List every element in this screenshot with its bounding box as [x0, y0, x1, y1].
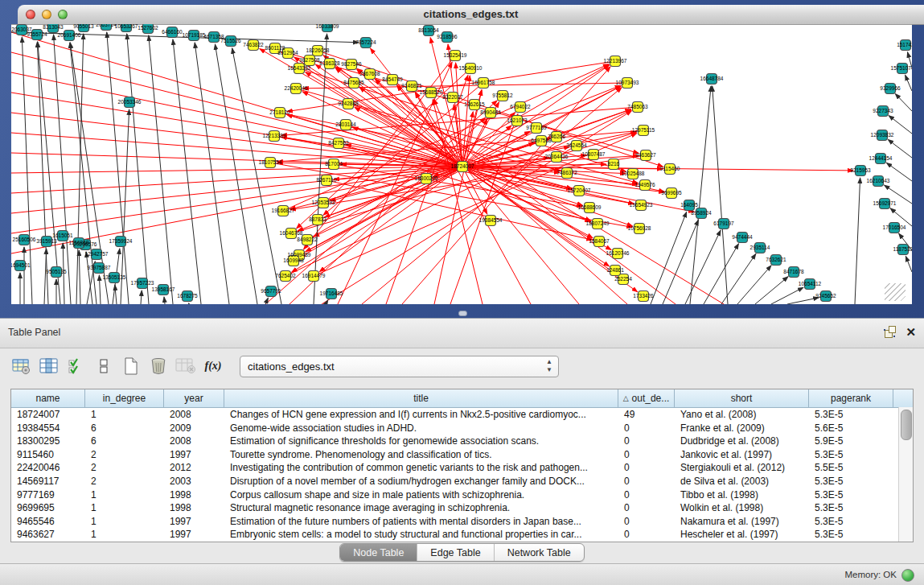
table-options-icon[interactable]: [10, 355, 34, 377]
table-cell[interactable]: 0: [618, 435, 675, 448]
table-cell[interactable]: Stergiakouli et al. (2012): [675, 461, 809, 475]
function-builder-icon[interactable]: f(x): [201, 355, 225, 377]
graph-edge[interactable]: [164, 297, 165, 304]
table-cell[interactable]: 1: [85, 515, 164, 529]
table-cell[interactable]: Investigating the contribution of common…: [224, 461, 618, 475]
table-cell[interactable]: 1: [85, 528, 164, 542]
graph-edge[interactable]: [215, 44, 257, 304]
resize-grip[interactable]: [885, 283, 906, 301]
graph-edge[interactable]: [685, 230, 721, 304]
graph-edge[interactable]: [371, 48, 462, 167]
table-cell[interactable]: 5.5E-5: [809, 461, 893, 475]
table-cell[interactable]: Franke et al. (2009): [675, 422, 809, 435]
table-row[interactable]: 1830029562008Estimation of significance …: [11, 435, 913, 448]
table-cell[interactable]: 1997: [164, 528, 224, 542]
table-cell[interactable]: 18724007: [11, 408, 85, 422]
table-cell[interactable]: Jankovic et al. (1997): [675, 448, 809, 462]
table-cell[interactable]: 6: [85, 422, 164, 435]
table-row[interactable]: 969969511998Structural magnetic resonanc…: [11, 501, 913, 515]
table-cell[interactable]: 0: [618, 501, 675, 515]
table-cell[interactable]: 5.3E-5: [809, 488, 893, 502]
table-cell[interactable]: Wolkin et al. (1998): [675, 501, 809, 515]
table-cell[interactable]: 1: [85, 408, 164, 422]
delete-columns-icon[interactable]: [146, 355, 170, 377]
graph-edge[interactable]: [99, 275, 101, 304]
table-cell[interactable]: Structural magnetic resonance image aver…: [224, 501, 618, 515]
table-cell[interactable]: Nakamura et al. (1997): [675, 515, 809, 529]
window-titlebar[interactable]: citations_edges.txt: [18, 5, 924, 25]
select-mode-icon[interactable]: [64, 355, 88, 377]
table-cell[interactable]: 9777169: [11, 488, 85, 502]
scrollbar-thumb[interactable]: [901, 410, 912, 440]
graph-edge[interactable]: [79, 250, 80, 304]
table-cell[interactable]: 5.6E-5: [809, 422, 893, 435]
table-cell[interactable]: 5.3E-5: [809, 475, 893, 488]
table-cell[interactable]: 2008: [164, 435, 224, 448]
graph-edge[interactable]: [232, 48, 281, 304]
column-header-out_de[interactable]: △out_de...: [618, 389, 675, 407]
table-cell[interactable]: Tourette syndrome. Phenomenology and cla…: [224, 448, 618, 462]
table-cell[interactable]: 1: [85, 501, 164, 515]
table-cell[interactable]: 1: [85, 488, 164, 502]
table-cell[interactable]: 0: [618, 448, 675, 462]
table-cell[interactable]: 22420046: [11, 461, 85, 475]
graph-edge[interactable]: [115, 285, 117, 304]
network-svg[interactable]: 1872400774638228601128891295418226058982…: [11, 24, 912, 304]
graph-edge[interactable]: [141, 290, 142, 304]
table-cell[interactable]: 9465546: [11, 515, 85, 529]
table-cell[interactable]: 14569117: [11, 475, 85, 488]
table-row[interactable]: 1872400712008Changes of HCN gene express…: [11, 408, 913, 422]
table-cell[interactable]: Embryonic stem cells: a model to study s…: [224, 528, 618, 542]
graph-edge[interactable]: [195, 43, 229, 304]
close-panel-icon[interactable]: ✕: [906, 326, 916, 338]
network-canvas-area[interactable]: 1872400774638228601128891295418226058982…: [11, 24, 912, 304]
table-cell[interactable]: 1997: [164, 515, 224, 529]
table-row[interactable]: 1456911722003Disruption of a novel membe…: [11, 475, 913, 488]
table-cell[interactable]: 0: [618, 515, 675, 529]
column-header-pagerank[interactable]: pagerank: [809, 389, 893, 407]
show-columns-icon[interactable]: [37, 355, 61, 377]
table-cell[interactable]: de Silva et al. (2003): [675, 475, 809, 488]
column-header-in_degree[interactable]: in_degree: [85, 389, 164, 407]
table-cell[interactable]: 1998: [164, 488, 224, 502]
float-panel-icon[interactable]: [884, 326, 896, 338]
graph-edge[interactable]: [906, 256, 912, 272]
table-cell[interactable]: 1998: [164, 501, 224, 515]
table-cell[interactable]: Dudbridge et al. (2008): [675, 435, 809, 448]
graph-edge[interactable]: [149, 35, 173, 304]
table-row[interactable]: 946554611997Estimation of the future num…: [11, 515, 913, 529]
table-cell[interactable]: Tibbo et al. (1998): [675, 488, 809, 502]
table-cell[interactable]: Hescheler et al. (1997): [675, 528, 809, 542]
table-row[interactable]: 2242004622012Investigating the contribut…: [11, 461, 913, 475]
column-header-year[interactable]: year: [164, 389, 224, 407]
table-cell[interactable]: 0: [618, 488, 675, 502]
table-cell[interactable]: 49: [618, 408, 675, 422]
table-cell[interactable]: Corpus callosum shape and size in male p…: [224, 488, 618, 502]
table-row[interactable]: 911546021997Tourette syndrome. Phenomeno…: [11, 448, 913, 462]
graph-edge[interactable]: [11, 167, 462, 173]
table-cell[interactable]: 5.3E-5: [809, 528, 893, 542]
table-selector-dropdown[interactable]: citations_edges.txt ▲▼: [240, 356, 559, 377]
graph-edge[interactable]: [173, 39, 201, 304]
graph-edge[interactable]: [737, 266, 771, 304]
graph-edge[interactable]: [787, 298, 819, 304]
table-cell[interactable]: 0: [618, 422, 675, 435]
table-cell[interactable]: 2008: [164, 408, 224, 422]
column-header-short[interactable]: short: [675, 389, 809, 407]
table-cell[interactable]: 5.3E-5: [809, 408, 893, 422]
table-row[interactable]: 1938455462009Genome-wide association stu…: [11, 422, 913, 435]
graph-edge[interactable]: [54, 35, 71, 304]
table-cell[interactable]: Yano et al. (2008): [675, 408, 809, 422]
table-cell[interactable]: 5.3E-5: [809, 515, 893, 529]
table-cell[interactable]: Genome-wide association studies in ADHD.: [224, 422, 618, 435]
table-cell[interactable]: 6: [85, 435, 164, 448]
row-height-icon[interactable]: [92, 355, 116, 377]
column-header-name[interactable]: name: [11, 389, 85, 407]
table-row[interactable]: 946362711997Embryonic stem cells: a mode…: [11, 528, 913, 542]
table-cell[interactable]: 9463627: [11, 528, 85, 542]
create-column-icon[interactable]: [119, 355, 143, 377]
table-cell[interactable]: 5.3E-5: [809, 501, 893, 515]
column-header-title[interactable]: title: [224, 389, 618, 407]
tab-edge-table[interactable]: Edge Table: [417, 544, 494, 561]
table-cell[interactable]: 19384554: [11, 422, 85, 435]
